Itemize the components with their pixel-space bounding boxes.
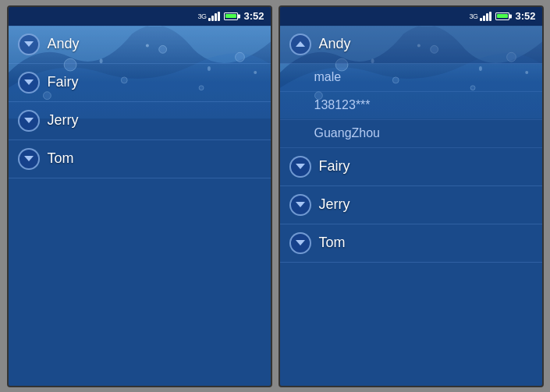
chevron-down-icon bbox=[24, 79, 34, 85]
status-bar-left: 3G 3:52 bbox=[9, 7, 271, 26]
contact-item-jerry-right[interactable]: Jerry bbox=[280, 186, 542, 224]
chevron-jerry-left bbox=[18, 110, 40, 132]
status-icons-left: 3G 3:52 bbox=[197, 10, 264, 22]
chevron-fairy-left bbox=[18, 72, 40, 94]
time-left: 3:52 bbox=[243, 10, 264, 22]
contact-item-jerry-left[interactable]: Jerry bbox=[9, 102, 271, 140]
chevron-andy-right bbox=[289, 34, 311, 55]
status-bar-right: 3G 3:52 bbox=[280, 7, 542, 26]
chevron-down-icon bbox=[296, 202, 305, 207]
contact-detail-city: GuangZhou bbox=[280, 120, 542, 148]
battery-fill-left bbox=[225, 14, 236, 19]
chevron-down-icon bbox=[24, 41, 34, 47]
contact-item-fairy-right[interactable]: Fairy bbox=[280, 148, 542, 186]
contact-name-tom-left: Tom bbox=[48, 150, 74, 167]
time-right: 3:52 bbox=[515, 10, 535, 22]
contact-list-left: Andy Fairy Jerry Tom bbox=[9, 26, 271, 386]
chevron-down-icon bbox=[24, 118, 34, 123]
chevron-fairy-right bbox=[289, 156, 311, 178]
battery-icon-left bbox=[224, 12, 238, 20]
contact-name-fairy-left: Fairy bbox=[48, 74, 79, 90]
contact-item-fairy-left[interactable]: Fairy bbox=[9, 64, 271, 102]
contact-item-tom-right[interactable]: Tom bbox=[280, 224, 542, 263]
signal-bars-left bbox=[208, 12, 220, 21]
status-icons-right: 3G 3:52 bbox=[469, 10, 535, 22]
contact-name-andy-left: Andy bbox=[48, 36, 80, 52]
network-type-right: 3G bbox=[469, 12, 477, 20]
signal-bar-1 bbox=[208, 18, 211, 21]
signal-bar-4 bbox=[489, 12, 491, 21]
signal-bar-2 bbox=[483, 16, 485, 21]
signal-bar-3 bbox=[486, 13, 488, 21]
contact-name-tom-right: Tom bbox=[319, 235, 346, 251]
chevron-jerry-right bbox=[289, 194, 311, 216]
right-phone-screen: 3G 3:52 bbox=[279, 5, 544, 387]
contact-name-jerry-left: Jerry bbox=[48, 112, 79, 129]
chevron-andy-left bbox=[18, 34, 40, 55]
signal-bar-3 bbox=[215, 13, 217, 21]
network-type-left: 3G bbox=[197, 12, 206, 20]
contact-name-andy-right: Andy bbox=[319, 36, 351, 52]
contact-item-andy-right[interactable]: Andy bbox=[280, 26, 542, 64]
chevron-down-icon bbox=[24, 156, 34, 161]
chevron-down-icon bbox=[296, 240, 305, 245]
chevron-down-icon bbox=[296, 164, 305, 169]
battery-fill-right bbox=[497, 14, 508, 19]
contact-item-tom-left[interactable]: Tom bbox=[9, 140, 271, 178]
chevron-up-icon bbox=[296, 41, 305, 47]
contact-list-right: Andy male 138123*** GuangZhou Fairy Jerr… bbox=[280, 26, 542, 386]
battery-icon-right bbox=[495, 12, 509, 20]
contact-detail-gender: male bbox=[280, 64, 542, 92]
contact-detail-phone: 138123*** bbox=[280, 92, 542, 120]
left-phone-screen: 3G 3:52 bbox=[7, 5, 272, 387]
chevron-tom-left bbox=[18, 148, 40, 170]
signal-bars-right bbox=[480, 12, 491, 21]
chevron-tom-right bbox=[289, 232, 311, 254]
contact-name-jerry-right: Jerry bbox=[319, 196, 350, 213]
contact-item-andy-left[interactable]: Andy bbox=[9, 26, 271, 64]
signal-bar-2 bbox=[211, 16, 214, 21]
contact-name-fairy-right: Fairy bbox=[319, 158, 350, 175]
signal-bar-4 bbox=[218, 12, 220, 21]
signal-bar-1 bbox=[480, 18, 482, 21]
